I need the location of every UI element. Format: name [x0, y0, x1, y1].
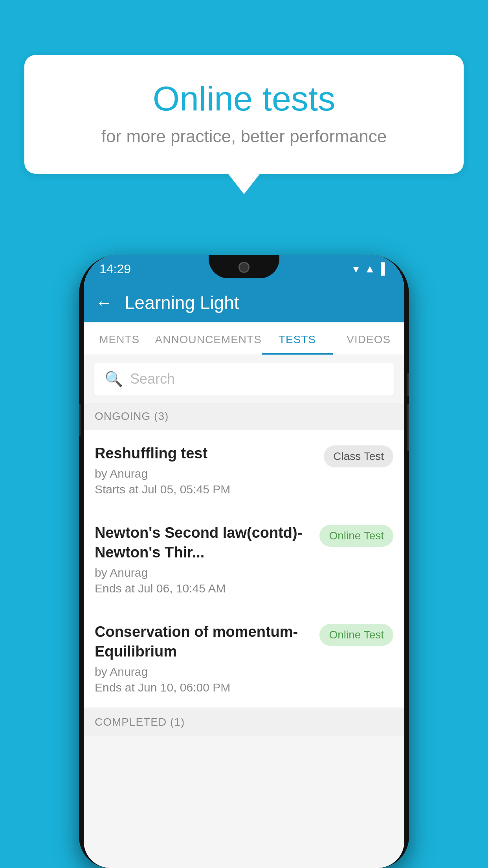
search-bar[interactable]: 🔍 Search	[93, 363, 395, 395]
tab-ments[interactable]: MENTS	[84, 322, 155, 355]
signal-icon: ▲	[364, 263, 375, 275]
test-time: Ends at Jul 06, 10:45 AM	[95, 582, 312, 595]
power-button	[407, 373, 409, 396]
speech-bubble: Online tests for more practice, better p…	[24, 55, 464, 174]
test-time: Ends at Jun 10, 06:00 PM	[95, 681, 312, 694]
test-info: Conservation of momentum-Equilibrium by …	[95, 622, 319, 694]
test-badge-class: Class Test	[324, 445, 393, 467]
phone-notch	[209, 255, 279, 278]
test-title: Conservation of momentum-Equilibrium	[95, 622, 312, 661]
test-time: Starts at Jul 05, 05:45 PM	[95, 483, 316, 496]
test-author: by Anurag	[95, 467, 316, 480]
search-input[interactable]: Search	[130, 371, 175, 387]
search-container: 🔍 Search	[84, 355, 404, 403]
wifi-icon: ▾	[353, 263, 359, 276]
test-item[interactable]: Newton's Second law(contd)-Newton's Thir…	[84, 509, 404, 608]
speech-bubble-container: Online tests for more practice, better p…	[24, 55, 464, 174]
test-author: by Anurag	[95, 566, 312, 579]
volume-button	[79, 404, 81, 436]
speech-bubble-title: Online tests	[56, 79, 432, 119]
camera	[238, 262, 250, 273]
status-time: 14:29	[99, 262, 131, 276]
app-header: ← Learning Light	[84, 283, 404, 322]
test-list: Reshuffling test by Anurag Starts at Jul…	[84, 430, 404, 707]
completed-section-header: COMPLETED (1)	[84, 709, 404, 736]
test-badge-online: Online Test	[319, 624, 393, 646]
tab-announcements[interactable]: ANNOUNCEMENTS	[155, 322, 262, 355]
app-title: Learning Light	[125, 292, 239, 313]
tab-videos[interactable]: VIDEOS	[333, 322, 404, 355]
battery-icon: ▌	[381, 263, 389, 275]
phone-screen: 14:29 ▾ ▲ ▌ ← Learning Light MENTS ANNOU…	[84, 255, 404, 868]
test-item[interactable]: Reshuffling test by Anurag Starts at Jul…	[84, 430, 404, 509]
test-title: Reshuffling test	[95, 444, 316, 463]
test-badge-online: Online Test	[319, 525, 393, 547]
back-button[interactable]: ←	[95, 293, 113, 313]
volume-down-button	[407, 404, 409, 451]
tabs-bar: MENTS ANNOUNCEMENTS TESTS VIDEOS	[84, 322, 404, 355]
test-author: by Anurag	[95, 665, 312, 679]
tab-tests[interactable]: TESTS	[262, 322, 333, 355]
ongoing-section-header: ONGOING (3)	[84, 403, 404, 430]
phone-frame: 14:29 ▾ ▲ ▌ ← Learning Light MENTS ANNOU…	[79, 255, 409, 868]
test-info: Reshuffling test by Anurag Starts at Jul…	[95, 444, 324, 496]
test-item[interactable]: Conservation of momentum-Equilibrium by …	[84, 608, 404, 707]
status-icons: ▾ ▲ ▌	[353, 263, 389, 276]
test-title: Newton's Second law(contd)-Newton's Thir…	[95, 523, 312, 562]
test-info: Newton's Second law(contd)-Newton's Thir…	[95, 523, 319, 595]
search-icon: 🔍	[105, 370, 123, 388]
speech-bubble-subtitle: for more practice, better performance	[56, 127, 432, 146]
